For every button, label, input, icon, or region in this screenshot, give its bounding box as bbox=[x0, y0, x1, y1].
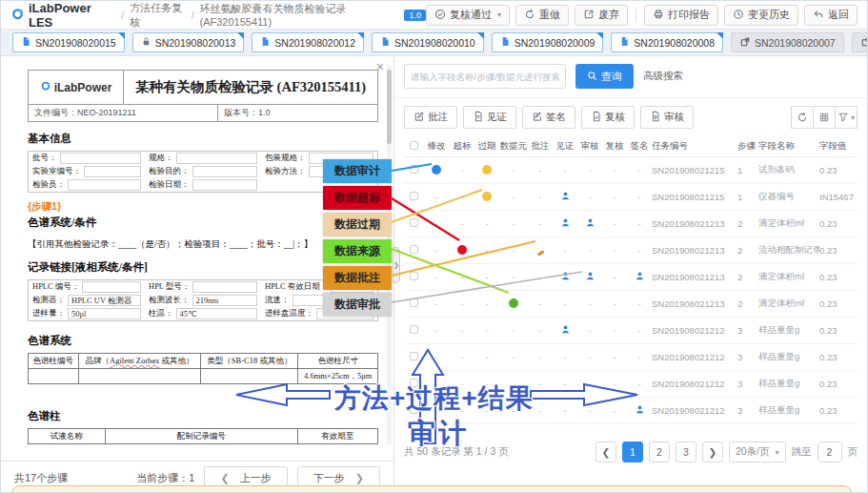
columns-icon[interactable] bbox=[813, 106, 836, 129]
jump-page-input[interactable] bbox=[818, 442, 842, 462]
sample-tab[interactable]: SN201908020009 bbox=[492, 32, 604, 52]
person-icon[interactable] bbox=[560, 326, 571, 337]
column-header: 数据元 bbox=[499, 140, 528, 153]
table-row[interactable]: ------SN2019080212132滴定体积ml0.23 bbox=[404, 264, 858, 291]
dot-yellow-status-icon[interactable] bbox=[482, 192, 492, 201]
doc-icon bbox=[619, 36, 630, 49]
row-checkbox[interactable] bbox=[410, 325, 418, 334]
person-icon[interactable] bbox=[585, 273, 595, 283]
table-row[interactable]: -------SN2019080212151仪器编号IN15467 bbox=[404, 184, 858, 211]
field-input[interactable] bbox=[192, 179, 258, 191]
row-checkbox[interactable] bbox=[410, 298, 418, 307]
field-cell: 检测波长：219nm bbox=[145, 294, 261, 307]
row-checkbox[interactable] bbox=[410, 218, 418, 227]
sample-tab[interactable]: SN201908020013 bbox=[132, 32, 245, 52]
tool-button-审核[interactable]: 审核 bbox=[640, 106, 694, 129]
field-input[interactable]: 45℃ bbox=[176, 308, 258, 319]
person-icon[interactable] bbox=[585, 219, 595, 230]
sample-tab[interactable]: SN201908020015 bbox=[12, 32, 125, 52]
row-checkbox[interactable] bbox=[410, 352, 418, 360]
field-input[interactable] bbox=[176, 153, 258, 164]
page-button-2[interactable]: 2 bbox=[649, 442, 670, 462]
table-row[interactable]: ---------SN2019080212123样品重量g0.23 bbox=[404, 344, 858, 371]
table-row[interactable]: --------SN2019080212132滴定体积ml0.23 bbox=[404, 291, 858, 318]
sample-tab[interactable]: SN201908020008 bbox=[611, 32, 723, 52]
table-row[interactable]: ---------SN2019080212123样品重量g0.23 bbox=[404, 371, 858, 398]
panel-collapse-handle[interactable]: ❯ bbox=[393, 247, 400, 283]
dot-blue-status-icon[interactable] bbox=[432, 165, 441, 175]
field-name: 样品重量g bbox=[758, 404, 819, 417]
field-name: 试剂条码 bbox=[758, 164, 819, 176]
row-checkbox[interactable] bbox=[410, 245, 418, 254]
table-row[interactable]: -------SN2019080212151试剂条码0.23 bbox=[404, 157, 858, 184]
field-input[interactable] bbox=[68, 179, 141, 191]
close-icon[interactable]: × bbox=[376, 60, 384, 73]
export-icon bbox=[739, 36, 751, 50]
tool-button-复核[interactable]: 复核 bbox=[581, 106, 635, 129]
row-checkbox[interactable] bbox=[410, 405, 418, 414]
field-name: 样品重量g bbox=[758, 378, 819, 390]
search-input[interactable] bbox=[404, 64, 566, 89]
scrollbar-thumb[interactable] bbox=[387, 70, 392, 144]
audit-icon bbox=[650, 111, 661, 124]
field-input[interactable] bbox=[192, 166, 258, 177]
field-name: 滴定体积ml bbox=[758, 217, 819, 230]
person-icon[interactable] bbox=[560, 273, 571, 283]
field-input[interactable] bbox=[84, 166, 141, 177]
dot-yellow-status-icon[interactable] bbox=[482, 165, 492, 175]
table-header: 有效期至 bbox=[297, 429, 377, 444]
field-input[interactable]: 50μl bbox=[68, 308, 141, 319]
tool-button-见证[interactable]: 见证 bbox=[463, 106, 516, 129]
row-checkbox[interactable] bbox=[410, 272, 418, 280]
next-page-button[interactable]: ❯ bbox=[702, 442, 723, 462]
sample-tab[interactable]: SN201908020007 bbox=[731, 32, 844, 52]
row-checkbox[interactable] bbox=[410, 379, 418, 387]
sample-tab[interactable]: SN201908020012 bbox=[252, 32, 364, 52]
action-button-复核通过[interactable]: 复核通过▾ bbox=[426, 5, 510, 26]
action-button-返回[interactable]: 返回 bbox=[804, 5, 858, 26]
pagination: 共 50 条记录 第 1 / 3 页 ❮ 123 ❯ 20条/页▾ 跳至 页 bbox=[404, 442, 858, 462]
person-icon[interactable] bbox=[560, 219, 571, 230]
page-button-1[interactable]: 1 bbox=[622, 442, 643, 462]
action-button-变更历史[interactable]: 变更历史 bbox=[724, 5, 798, 26]
action-button-重做[interactable]: 重做 bbox=[515, 5, 569, 26]
field-input[interactable]: HPLC UV 检测器 bbox=[68, 295, 141, 306]
row-checkbox[interactable] bbox=[410, 192, 418, 200]
page-button-3[interactable]: 3 bbox=[676, 442, 696, 462]
sample-tab[interactable]: SN201908020006 bbox=[852, 32, 868, 52]
dot-red-status-icon[interactable] bbox=[457, 245, 467, 255]
person-icon[interactable] bbox=[635, 273, 645, 283]
search-button[interactable]: 查询 bbox=[575, 64, 634, 89]
person-icon[interactable] bbox=[560, 193, 571, 203]
person-icon[interactable] bbox=[635, 406, 645, 417]
advanced-search-link[interactable]: 高级搜索 bbox=[643, 70, 683, 83]
field-input[interactable] bbox=[192, 281, 257, 293]
field-input[interactable] bbox=[60, 153, 142, 164]
annotation-mark-icon[interactable] bbox=[536, 250, 543, 256]
doc-icon bbox=[500, 36, 511, 49]
table-row[interactable]: --------SN2019080212123样品重量g0.23 bbox=[404, 318, 858, 344]
field-input[interactable] bbox=[82, 281, 141, 293]
action-button-废弃[interactable]: 废弃 bbox=[575, 5, 628, 26]
tool-button-签名[interactable]: 签名 bbox=[522, 106, 575, 129]
refresh-icon[interactable] bbox=[791, 106, 814, 129]
field-value: 0.23 bbox=[819, 165, 858, 175]
filter-icon[interactable]: ▾ bbox=[835, 106, 858, 129]
row-checkbox[interactable] bbox=[410, 165, 418, 174]
field-input[interactable]: 219nm bbox=[192, 295, 258, 306]
table-row[interactable]: -------SN2019080212132滴定体积ml0.23 bbox=[404, 211, 858, 237]
breadcrumb-item[interactable]: 方法任务复核 bbox=[130, 1, 185, 30]
dot-green-status-icon[interactable] bbox=[509, 298, 518, 308]
toolbar-buttons: 批注见证签名复核审核 bbox=[404, 106, 694, 129]
action-button-打印报告[interactable]: 打印报告 bbox=[644, 5, 718, 26]
table-row[interactable]: -------SN2019080212132流动相配制记录0.23 bbox=[404, 237, 858, 264]
table-row[interactable]: --------SN2019080212123样品重量g0.23 bbox=[404, 398, 858, 424]
document-header: iLabPower 某种有关物质检验记录 (AF320155411) bbox=[28, 70, 378, 105]
select-all-checkbox[interactable] bbox=[410, 141, 418, 150]
sample-tab[interactable]: SN201908020010 bbox=[372, 32, 484, 52]
tool-button-批注[interactable]: 批注 bbox=[404, 106, 457, 129]
prev-page-button[interactable]: ❮ bbox=[595, 442, 616, 462]
tabs-container: SN201908020015SN201908020013SN2019080200… bbox=[12, 32, 868, 52]
field-cell: 进样量：50μl bbox=[29, 307, 145, 320]
page-size-select[interactable]: 20条/页▾ bbox=[729, 442, 786, 462]
